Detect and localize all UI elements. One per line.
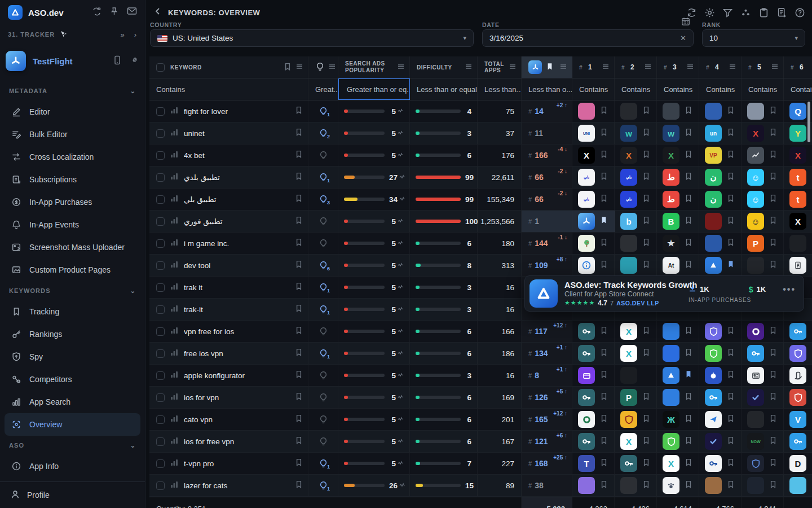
- keyword-text[interactable]: تطبيق فوري: [184, 217, 289, 226]
- app-icon[interactable]: [789, 323, 806, 340]
- chevron-right-icon[interactable]: ›: [134, 30, 137, 39]
- app-icon[interactable]: P: [747, 235, 764, 252]
- tracked-app-rank-cell[interactable]: +25 ↑#168: [522, 453, 572, 474]
- bookmark-icon[interactable]: [294, 326, 303, 337]
- row-checkbox[interactable]: [156, 481, 165, 490]
- bookmark-icon[interactable]: [684, 260, 693, 271]
- column-header-r5[interactable]: #5: [742, 56, 784, 78]
- keyword-text[interactable]: ios for free vpn: [184, 437, 289, 446]
- app-icon[interactable]: X: [663, 455, 679, 472]
- link-icon[interactable]: [130, 55, 139, 67]
- app-icon[interactable]: X: [578, 147, 595, 164]
- bookmark-icon[interactable]: [294, 128, 303, 139]
- bookmark-icon[interactable]: [769, 238, 778, 249]
- keyword-text[interactable]: cato vpn: [184, 415, 289, 424]
- app-icon[interactable]: [620, 455, 637, 472]
- bookmark-icon[interactable]: [769, 326, 778, 337]
- app-icon[interactable]: [663, 345, 679, 362]
- suggestion-bulb-cell[interactable]: [308, 211, 338, 232]
- calendar-icon[interactable]: [681, 17, 690, 28]
- app-icon[interactable]: [663, 323, 679, 340]
- bookmark-icon[interactable]: [769, 458, 778, 469]
- app-icon[interactable]: [789, 367, 806, 384]
- app-icon[interactable]: NOW: [747, 433, 764, 450]
- suggestion-bulb-cell[interactable]: 1: [308, 453, 338, 474]
- bookmark-icon[interactable]: [642, 392, 651, 403]
- bookmark-icon[interactable]: [684, 128, 693, 139]
- app-icon[interactable]: w: [663, 125, 679, 142]
- sync-icon[interactable]: [686, 7, 697, 18]
- bookmark-icon[interactable]: [294, 194, 303, 205]
- pin-icon[interactable]: [110, 7, 118, 19]
- suggestion-bulb-cell[interactable]: 1: [308, 299, 338, 320]
- bookmark-icon[interactable]: [769, 260, 778, 271]
- app-icon[interactable]: [578, 411, 595, 428]
- row-checkbox[interactable]: [156, 459, 165, 468]
- bookmark-icon[interactable]: [642, 216, 651, 227]
- bookmark-icon[interactable]: [726, 150, 735, 161]
- bookmark-icon[interactable]: [294, 150, 303, 161]
- app-icon[interactable]: un: [705, 125, 722, 142]
- suggestion-bulb-cell[interactable]: 1: [308, 277, 338, 298]
- bookmark-icon[interactable]: [294, 172, 303, 183]
- tracked-app-rank-cell[interactable]: -4 ↓#166: [522, 144, 572, 166]
- bookmark-icon[interactable]: [684, 172, 693, 183]
- app-icon[interactable]: X: [663, 147, 679, 164]
- app-icon[interactable]: [789, 477, 806, 494]
- bookmark-icon[interactable]: [283, 62, 292, 72]
- app-icon[interactable]: [705, 213, 722, 230]
- collapse-all-icon[interactable]: »: [120, 30, 125, 39]
- bookmark-icon[interactable]: [642, 260, 651, 271]
- bookmark-icon[interactable]: [599, 458, 608, 469]
- suggestion-bulb-cell[interactable]: 6: [308, 255, 338, 276]
- app-icon[interactable]: X: [789, 213, 806, 230]
- keyword-chart-icon[interactable]: [170, 128, 178, 138]
- app-icon[interactable]: [620, 367, 637, 384]
- app-icon[interactable]: [578, 389, 595, 406]
- bookmark-icon[interactable]: [684, 348, 693, 359]
- suggestion-bulb-cell[interactable]: 3: [308, 189, 338, 210]
- sidebar-item-editor[interactable]: Editor: [0, 100, 145, 123]
- menu-icon[interactable]: [465, 63, 473, 72]
- row-checkbox[interactable]: [156, 129, 165, 138]
- bookmark-icon[interactable]: [599, 172, 608, 183]
- filter-input-total[interactable]: Less than...: [478, 78, 522, 100]
- bookmark-icon[interactable]: [726, 128, 735, 139]
- keyword-text[interactable]: apple konfigurator: [184, 371, 289, 380]
- tracked-app-rank-cell[interactable]: +2 ↑#14: [522, 100, 572, 122]
- bookmark-icon[interactable]: [769, 150, 778, 161]
- row-checkbox[interactable]: [156, 107, 165, 116]
- keyword-chart-icon[interactable]: [170, 194, 178, 204]
- swap-icon[interactable]: [92, 7, 102, 19]
- section-header-keywords[interactable]: KEYWORDS⌄: [0, 281, 145, 300]
- app-icon[interactable]: [789, 389, 806, 406]
- app-icon[interactable]: [705, 367, 722, 384]
- bookmark-icon[interactable]: [684, 194, 693, 205]
- keyword-chart-icon[interactable]: [170, 216, 178, 226]
- keyword-chart-icon[interactable]: [170, 458, 178, 468]
- app-icon[interactable]: [747, 147, 764, 164]
- app-icon[interactable]: [705, 235, 722, 252]
- keyword-chart-icon[interactable]: [170, 106, 178, 116]
- filter-input-r3[interactable]: Contains: [657, 78, 699, 100]
- bookmark-filled-icon[interactable]: [726, 260, 735, 271]
- row-checkbox[interactable]: [156, 393, 165, 402]
- sidebar-item-subscriptions[interactable]: Subscriptions: [0, 168, 145, 191]
- app-icon[interactable]: Y: [789, 125, 806, 142]
- bookmark-icon[interactable]: [642, 458, 651, 469]
- clipboard-icon[interactable]: [758, 7, 769, 18]
- bookmark-icon[interactable]: [726, 458, 735, 469]
- bookmark-icon[interactable]: [684, 326, 693, 337]
- app-icon[interactable]: [747, 367, 764, 384]
- bookmark-icon[interactable]: [726, 106, 735, 117]
- menu-icon[interactable]: [509, 63, 517, 72]
- app-icon[interactable]: B: [663, 213, 679, 230]
- bookmark-icon[interactable]: [599, 106, 608, 117]
- app-icon[interactable]: [747, 455, 764, 472]
- bookmark-icon[interactable]: [599, 348, 608, 359]
- suggestion-bulb-cell[interactable]: 1: [308, 343, 338, 364]
- bookmark-icon[interactable]: [294, 392, 303, 403]
- bookmark-icon[interactable]: [726, 370, 735, 381]
- app-icon[interactable]: UNI: [578, 125, 595, 142]
- filter-input-r4[interactable]: Contains: [699, 78, 742, 100]
